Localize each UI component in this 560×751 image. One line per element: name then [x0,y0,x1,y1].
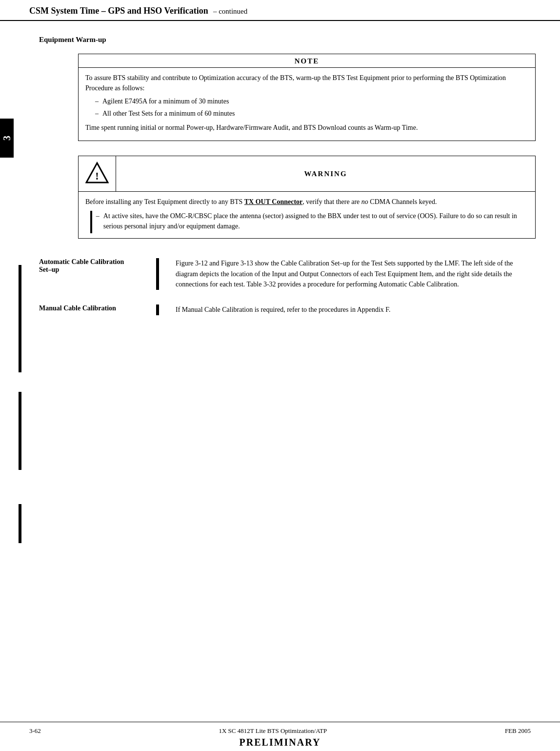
page-container: CSM System Time – GPS and HSO Verificati… [0,0,560,751]
warning-p1-suffix: , verify that there are [302,198,361,205]
auto-cable-spacer [156,258,159,290]
warning-subitem-text: At active sites, have the OMC-R/CBSC pla… [103,211,528,231]
footer-page-number: 3-62 [29,727,41,735]
note-item-1: – Agilent E7495A for a minimum of 30 min… [95,96,528,106]
warning-subitem: – At active sites, have the OMC-R/CBSC p… [96,211,528,231]
note-body: To assure BTS stability and contribute t… [79,68,535,141]
warning-icon-cell: ! [79,156,116,191]
warning-title: WARNING [116,170,535,178]
footer-row-1: 3-62 1X SC 4812T Lite BTS Optimization/A… [29,727,531,735]
change-bar-auto-cable [19,392,21,470]
header-title: CSM System Time – GPS and HSO Verificati… [29,6,208,16]
warning-p1-italic: no [361,198,368,205]
change-bar-warning [19,265,21,372]
warning-triangle-icon: ! [85,161,109,184]
manual-cable-label: Manual Cable Calibration [39,304,146,315]
page-header: CSM System Time – GPS and HSO Verificati… [0,0,560,21]
content-area: 3 Equipment Warm-up NOTE To assure BTS s… [0,21,560,704]
warning-p1-end: CDMA Channels keyed. [368,198,437,205]
warning-p1-bold: TX OUT Connector [244,198,303,205]
manual-cable-body: If Manual Cable Calibration is required,… [176,304,536,315]
manual-cable-title: Manual Cable Calibration [39,304,141,312]
auto-cable-label: Automatic Cable Calibration Set–up [39,258,146,290]
header-continued: – continued [213,7,247,16]
footer-preliminary: PRELIMINARY [29,737,531,748]
auto-cable-section: Automatic Cable Calibration Set–up Figur… [39,258,536,290]
warning-indent-section: – At active sites, have the OMC-R/CBSC p… [90,211,528,233]
change-bar-manual-cable [19,504,21,543]
warning-box: ! WARNING Before installing any Test Equ… [78,156,536,239]
chapter-tab: 3 [0,119,14,158]
auto-cable-title-line2: Set–up [39,266,141,274]
chapter-number: 3 [1,136,13,141]
note-intro: To assure BTS stability and contribute t… [85,73,528,93]
note-item-text-1: Agilent E7495A for a minimum of 30 minut… [102,96,229,106]
svg-text:!: ! [95,170,99,182]
warning-body: Before installing any Test Equipment dir… [79,192,535,238]
warning-p1-prefix: Before installing any Test Equipment dir… [85,198,244,205]
warning-p1: Before installing any Test Equipment dir… [85,197,528,207]
equipment-warmup-heading: Equipment Warm-up [39,36,536,44]
manual-cable-section: Manual Cable Calibration If Manual Cable… [39,304,536,315]
footer-center: 1X SC 4812T Lite BTS Optimization/ATP [219,727,327,735]
note-outro: Time spent running initial or normal Pow… [85,122,528,133]
left-sidebar: 3 [0,21,29,704]
main-content: Equipment Warm-up NOTE To assure BTS sta… [29,21,560,704]
manual-cable-spacer [156,304,159,315]
page-footer: 3-62 1X SC 4812T Lite BTS Optimization/A… [0,722,560,751]
note-item-text-2: All other Test Sets for a minimum of 60 … [102,108,235,119]
note-header: NOTE [79,54,535,68]
warning-header-row: ! WARNING [79,156,535,192]
note-item-2: – All other Test Sets for a minimum of 6… [95,108,528,119]
note-dash-2: – [95,108,99,119]
note-box: NOTE To assure BTS stability and contrib… [78,54,536,141]
auto-cable-title-line1: Automatic Cable Calibration [39,258,141,266]
warning-left-bar [90,211,92,233]
footer-date: FEB 2005 [505,727,531,735]
auto-cable-body: Figure 3-12 and Figure 3-13 show the Cab… [176,258,536,290]
note-dash-1: – [95,96,99,106]
warning-subitem-dash: – [96,211,100,221]
